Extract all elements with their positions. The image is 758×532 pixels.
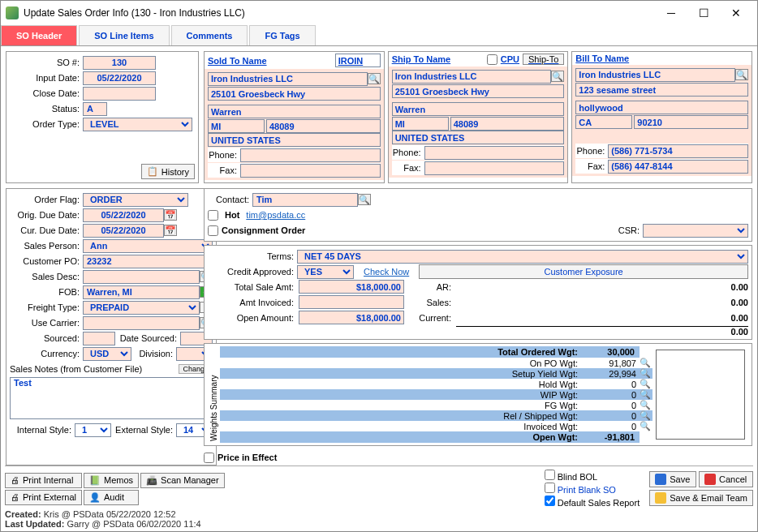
bill-name[interactable]: Iron Industries LLC: [575, 68, 735, 82]
wgt-wip-icon[interactable]: 🔍: [640, 389, 652, 400]
close-button[interactable]: ✕: [720, 2, 752, 24]
sales-person[interactable]: Ann: [83, 239, 213, 253]
blind-bol-check[interactable]: [545, 470, 555, 480]
cancel-button[interactable]: Cancel: [699, 471, 753, 487]
sold-addr[interactable]: 25101 Groesbeck Hwy: [208, 87, 381, 101]
sales-desc[interactable]: [83, 270, 200, 284]
fob[interactable]: Warren, MI: [83, 285, 200, 299]
wgt-inv-icon[interactable]: 🔍: [640, 421, 652, 431]
freight-type[interactable]: PREPAID: [83, 301, 200, 315]
sold-zip[interactable]: 48089: [266, 119, 381, 133]
check-now[interactable]: Check Now: [364, 267, 409, 277]
tab-fg-tags[interactable]: FG Tags: [249, 25, 315, 45]
wgt-setup-icon[interactable]: 🔍: [640, 368, 652, 379]
sold-code[interactable]: IROIN: [335, 54, 381, 67]
tab-comments[interactable]: Comments: [171, 25, 248, 45]
audit-button[interactable]: 👤 Audit: [84, 490, 139, 505]
order-type[interactable]: LEVEL: [83, 118, 192, 131]
save-button[interactable]: Save: [649, 471, 696, 487]
bill-fax[interactable]: (586) 447-8144: [608, 160, 748, 174]
orig-due[interactable]: 05/22/2020: [83, 208, 164, 222]
minimize-button[interactable]: ─: [655, 2, 687, 24]
sold-lookup-icon[interactable]: 🔍: [368, 73, 381, 84]
csr[interactable]: [643, 224, 748, 238]
credit-approved[interactable]: YES: [297, 265, 354, 279]
sold-to-title: Sold To Name: [208, 56, 267, 66]
hot-check[interactable]: [208, 210, 218, 221]
print-internal-button[interactable]: 🖨 Print Internal: [5, 473, 82, 488]
cust-po[interactable]: 23232: [83, 255, 213, 268]
bill-zip[interactable]: 90210: [634, 115, 748, 129]
order-flag[interactable]: ORDER: [83, 193, 188, 207]
fob-lbl: FOB:: [10, 287, 83, 297]
sold-state[interactable]: MI: [208, 119, 265, 133]
close-date[interactable]: [83, 87, 156, 101]
wgt-rel-icon[interactable]: 🔍: [640, 410, 652, 421]
wgt-fg-icon[interactable]: 🔍: [640, 400, 652, 410]
cur-due[interactable]: 05/22/2020: [83, 224, 164, 238]
cur-due-cal-icon[interactable]: 📅: [164, 225, 177, 236]
print-external-button[interactable]: 🖨 Print External: [5, 490, 82, 505]
sold-name[interactable]: Iron Industries LLC: [208, 72, 368, 86]
customer-exposure[interactable]: Customer Exposure: [419, 264, 748, 279]
save-email-button[interactable]: Save & Email Team: [649, 490, 753, 506]
ship-to-panel: Ship To NameCPUShip-To Iron Industries L…: [388, 51, 569, 183]
memos-button[interactable]: 📗 Memos: [84, 473, 139, 488]
tab-line-items[interactable]: SO Line Items: [79, 25, 169, 45]
wgt-po-icon[interactable]: 🔍: [640, 358, 652, 368]
tab-so-header[interactable]: SO Header: [1, 25, 77, 45]
cust-po-lbl: Customer PO:: [10, 256, 83, 266]
print-blank-check[interactable]: [545, 483, 555, 493]
cpu-check[interactable]: [487, 54, 497, 65]
carrier[interactable]: [83, 316, 200, 330]
price-effect-check[interactable]: [204, 453, 214, 463]
sourced[interactable]: [83, 332, 115, 345]
history-button[interactable]: 📋History: [141, 164, 195, 179]
orig-due-lbl: Orig. Due Date:: [10, 210, 83, 220]
int-style[interactable]: 1: [75, 423, 111, 437]
orig-due-cal-icon[interactable]: 📅: [164, 209, 177, 221]
blind-bol-row[interactable]: Blind BOL: [545, 470, 640, 482]
ship-city[interactable]: Warren: [392, 102, 565, 116]
bill-city[interactable]: hollywood: [575, 101, 748, 114]
sold-to-panel: Sold To NameIROIN Iron Industries LLC🔍 2…: [204, 51, 385, 183]
ship-phone[interactable]: [424, 146, 565, 160]
ship-name[interactable]: Iron Industries LLC: [392, 70, 552, 84]
sales-notes[interactable]: Test: [10, 377, 213, 419]
cancel-icon: [704, 474, 716, 485]
bill-phone[interactable]: (586) 771-5734: [608, 144, 748, 158]
sold-country[interactable]: UNITED STATES: [208, 133, 381, 147]
sold-fax[interactable]: [240, 164, 381, 178]
bill-state[interactable]: CA: [575, 115, 632, 129]
wgt-hold-icon[interactable]: 🔍: [640, 379, 652, 389]
input-date-label: Input Date:: [10, 73, 83, 83]
tot-sale: $18,000.00: [299, 280, 404, 294]
currency[interactable]: USD: [83, 347, 131, 361]
scan-manager-button[interactable]: 📠 Scan Manager: [140, 473, 225, 488]
bill-addr[interactable]: 123 sesame street: [575, 83, 748, 97]
ship-zip[interactable]: 48089: [450, 117, 565, 131]
contact-look-icon[interactable]: 🔍: [358, 194, 371, 205]
contact[interactable]: Tim: [252, 193, 358, 207]
print-blank-row[interactable]: Print Blank SO: [545, 483, 640, 495]
default-report-check[interactable]: [545, 496, 555, 506]
fin-sales: 0.00: [456, 298, 748, 307]
default-report-row[interactable]: Default Sales Report: [545, 496, 640, 508]
ship-addr[interactable]: 25101 Groesbeck Hwy: [392, 84, 565, 98]
terms[interactable]: NET 45 DAYS: [297, 250, 748, 264]
bill-lookup-icon[interactable]: 🔍: [735, 69, 748, 80]
consign-check[interactable]: [208, 225, 218, 236]
contact-email[interactable]: tim@psdata.cc: [246, 210, 305, 220]
ship-country[interactable]: UNITED STATES: [392, 131, 565, 144]
ship-lookup-icon[interactable]: 🔍: [551, 71, 564, 82]
sold-phone[interactable]: [240, 148, 381, 162]
maximize-button[interactable]: ☐: [687, 2, 720, 24]
input-date[interactable]: 05/22/2020: [83, 71, 156, 85]
so-num[interactable]: 130: [83, 56, 156, 70]
current-lbl: Current:: [406, 313, 454, 323]
sold-city[interactable]: Warren: [208, 105, 381, 118]
ship-state[interactable]: MI: [392, 117, 449, 131]
ship-fax[interactable]: [424, 161, 565, 175]
ship-to-button[interactable]: Ship-To: [523, 54, 564, 65]
status[interactable]: A: [83, 102, 107, 116]
